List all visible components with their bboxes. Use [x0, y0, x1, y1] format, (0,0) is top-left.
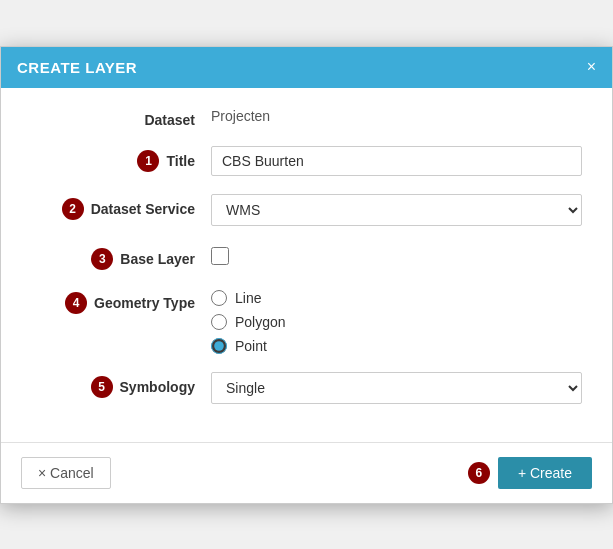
geometry-radio-group: Line Polygon Point — [211, 288, 582, 354]
modal-header: CREATE LAYER × — [1, 47, 612, 88]
radio-item-point[interactable]: Point — [211, 338, 582, 354]
modal-title: CREATE LAYER — [17, 59, 137, 76]
base-layer-control-area — [211, 244, 582, 268]
geometry-type-row: 4 Geometry Type Line Polygon Point — [31, 288, 582, 354]
symbology-control-area: Single Categorized Graduated — [211, 372, 582, 404]
base-layer-checkbox[interactable] — [211, 247, 229, 265]
dataset-row: Dataset Projecten — [31, 108, 582, 128]
create-button[interactable]: + Create — [498, 457, 592, 489]
symbology-label: Symbology — [120, 379, 195, 395]
dataset-service-row: 2 Dataset Service WMS WFS WMTS — [31, 194, 582, 226]
cancel-button[interactable]: × Cancel — [21, 457, 111, 489]
base-layer-row: 3 Base Layer — [31, 244, 582, 270]
title-label-area: 1 Title — [31, 146, 211, 172]
dataset-service-label: Dataset Service — [91, 201, 195, 217]
base-layer-label-area: 3 Base Layer — [31, 244, 211, 270]
dataset-service-label-area: 2 Dataset Service — [31, 194, 211, 220]
title-label: Title — [166, 153, 195, 169]
dataset-service-step-badge: 2 — [62, 198, 84, 220]
radio-polygon-label: Polygon — [235, 314, 286, 330]
base-layer-step-badge: 3 — [91, 248, 113, 270]
title-control-area — [211, 146, 582, 176]
symbology-step-badge: 5 — [91, 376, 113, 398]
close-button[interactable]: × — [587, 59, 596, 75]
symbology-label-area: 5 Symbology — [31, 372, 211, 398]
dataset-value-area: Projecten — [211, 108, 582, 124]
title-input[interactable] — [211, 146, 582, 176]
create-button-area: 6 + Create — [468, 457, 592, 489]
title-row: 1 Title — [31, 146, 582, 176]
dataset-service-control-area: WMS WFS WMTS — [211, 194, 582, 226]
radio-item-line[interactable]: Line — [211, 290, 582, 306]
symbology-select[interactable]: Single Categorized Graduated — [211, 372, 582, 404]
dataset-label-area: Dataset — [31, 108, 211, 128]
geometry-type-control-area: Line Polygon Point — [211, 288, 582, 354]
geometry-type-step-badge: 4 — [65, 292, 87, 314]
modal-footer: × Cancel 6 + Create — [1, 442, 612, 503]
dataset-label: Dataset — [144, 112, 195, 128]
symbology-row: 5 Symbology Single Categorized Graduated — [31, 372, 582, 404]
modal-body: Dataset Projecten 1 Title 2 Dataset Serv… — [1, 88, 612, 432]
radio-item-polygon[interactable]: Polygon — [211, 314, 582, 330]
base-layer-label: Base Layer — [120, 251, 195, 267]
radio-line[interactable] — [211, 290, 227, 306]
radio-polygon[interactable] — [211, 314, 227, 330]
radio-point[interactable] — [211, 338, 227, 354]
title-step-badge: 1 — [137, 150, 159, 172]
dataset-service-select[interactable]: WMS WFS WMTS — [211, 194, 582, 226]
create-layer-modal: CREATE LAYER × Dataset Projecten 1 Title — [0, 46, 613, 504]
radio-line-label: Line — [235, 290, 261, 306]
create-step-badge: 6 — [468, 462, 490, 484]
radio-point-label: Point — [235, 338, 267, 354]
geometry-type-label-area: 4 Geometry Type — [31, 288, 211, 314]
geometry-type-label: Geometry Type — [94, 295, 195, 311]
dataset-value: Projecten — [211, 104, 270, 124]
